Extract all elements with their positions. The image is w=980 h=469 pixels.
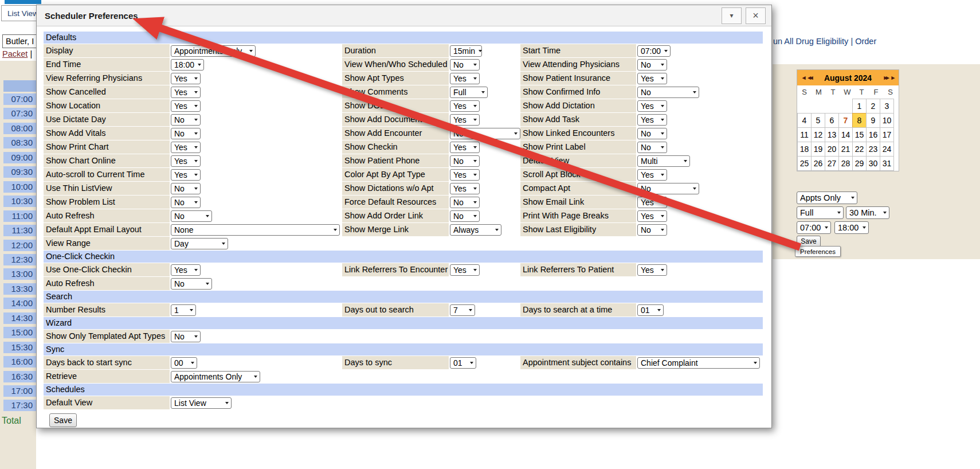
show-dob-select[interactable]: Yes xyxy=(450,100,480,112)
view-attending-physicians-select[interactable]: No xyxy=(637,59,667,71)
end-time-select[interactable]: 18:00 xyxy=(171,59,204,71)
view-mode-select[interactable]: Full xyxy=(797,206,844,219)
calendar-day-1[interactable]: 1 xyxy=(852,99,867,114)
calendar-day-30[interactable]: 30 xyxy=(866,156,880,171)
calendar-day-3[interactable]: 3 xyxy=(880,99,894,114)
days-to-search-at-a-time-select[interactable]: 01 xyxy=(637,304,664,316)
calendar-day-22[interactable]: 22 xyxy=(852,142,867,157)
calendar-day-23[interactable]: 23 xyxy=(866,142,880,157)
show-confirmed-info-select[interactable]: No xyxy=(637,87,699,98)
duration-select[interactable]: 15min xyxy=(450,45,482,57)
start-time-select[interactable]: 07:00 xyxy=(637,45,671,57)
calendar-day-29[interactable]: 29 xyxy=(852,156,867,171)
show-patient-insurance-select[interactable]: Yes xyxy=(637,73,667,84)
appointment-subject-contains-select[interactable]: Chief Complaint xyxy=(637,357,760,369)
link-referrers-to-encounter-select[interactable]: Yes xyxy=(450,264,480,276)
auto-scroll-to-current-time-select[interactable]: Yes xyxy=(171,169,201,181)
days-to-sync-select[interactable]: 01 xyxy=(450,357,476,369)
calendar-day-27[interactable]: 27 xyxy=(825,156,839,171)
view-range-select[interactable]: Day xyxy=(171,238,228,249)
calendar-day-25[interactable]: 25 xyxy=(797,156,812,171)
default-view-select[interactable]: List View xyxy=(171,397,232,409)
calendar-next-icon[interactable]: ▸ xyxy=(891,74,893,81)
view-when-who-scheduled-select[interactable]: No xyxy=(450,59,480,71)
compact-apt-select[interactable]: No xyxy=(637,183,699,194)
show-cancelled-select[interactable]: Yes xyxy=(171,87,201,98)
calendar-day-24[interactable]: 24 xyxy=(880,142,894,157)
tab-list-view[interactable]: List View xyxy=(1,5,41,21)
view-referring-physicians-select[interactable]: Yes xyxy=(171,73,201,84)
calendar-next-fast-icon[interactable]: ▸▸ xyxy=(884,74,888,81)
calendar-day-7[interactable]: 7 xyxy=(838,113,853,128)
calendar-day-2[interactable]: 2 xyxy=(866,99,880,114)
show-problem-list-select[interactable]: No xyxy=(171,197,201,208)
show-add-order-link-select[interactable]: No xyxy=(450,210,480,222)
start-time-select[interactable]: 07:00 xyxy=(797,221,831,234)
show-location-select[interactable]: Yes xyxy=(171,100,201,112)
use-dictate-day-select[interactable]: No xyxy=(171,114,201,126)
patient-name-box[interactable]: Butler, I xyxy=(2,34,40,48)
show-last-eligibility-select[interactable]: No xyxy=(637,224,667,236)
calendar-day-9[interactable]: 9 xyxy=(866,113,880,128)
show-add-dictation-select[interactable]: Yes xyxy=(637,100,667,112)
default-appt-email-layout-select[interactable]: None xyxy=(171,224,340,236)
show-email-link-select[interactable]: Yes xyxy=(637,197,667,208)
print-with-page-breaks-select[interactable]: Yes xyxy=(637,210,667,222)
show-only-templated-apt-types-select[interactable]: No xyxy=(171,331,201,342)
show-add-encounter-select[interactable]: No xyxy=(450,128,520,139)
show-print-label-select[interactable]: No xyxy=(637,142,667,153)
preferences-button[interactable]: Preferences xyxy=(795,246,841,257)
use-thin-listview-select[interactable]: No xyxy=(171,183,201,194)
interval-select[interactable]: 30 Min. xyxy=(846,206,889,219)
calendar-day-11[interactable]: 11 xyxy=(797,127,812,142)
calendar-day-17[interactable]: 17 xyxy=(880,127,894,142)
calendar-day-28[interactable]: 28 xyxy=(838,156,853,171)
show-print-chart-select[interactable]: Yes xyxy=(171,142,201,153)
show-linked-encounters-select[interactable]: No xyxy=(637,128,667,139)
calendar-day-18[interactable]: 18 xyxy=(797,142,812,157)
calendar-day-13[interactable]: 13 xyxy=(825,127,839,142)
appts-filter-select[interactable]: Appts Only xyxy=(797,191,857,204)
color-apt-by-apt-type-select[interactable]: Yes xyxy=(450,169,480,181)
calendar-day-12[interactable]: 12 xyxy=(811,127,825,142)
calendar-day-20[interactable]: 20 xyxy=(825,142,839,157)
auto-refresh-select[interactable]: No xyxy=(171,278,212,290)
dialog-save-button[interactable]: Save xyxy=(49,413,77,427)
show-add-vitals-select[interactable]: No xyxy=(171,128,201,139)
show-patient-phone-select[interactable]: No xyxy=(450,155,480,167)
link-referrers-to-patient-select[interactable]: Yes xyxy=(637,264,667,276)
end-time-select[interactable]: 18:00 xyxy=(834,221,869,234)
days-out-to-search-select[interactable]: 7 xyxy=(450,304,475,316)
dialog-close-button[interactable]: × xyxy=(746,7,766,24)
calendar-day-4[interactable]: 4 xyxy=(797,113,812,128)
sidebar-save-button[interactable]: Save xyxy=(797,236,821,247)
drug-eligibility-order-links[interactable]: un All Drug Eligibility | Order xyxy=(773,37,876,46)
calendar-day-21[interactable]: 21 xyxy=(838,142,853,157)
use-one-click-checkin-select[interactable]: Yes xyxy=(171,264,201,276)
display-select[interactable]: Appointments Only xyxy=(171,45,256,57)
default-view-select[interactable]: Multi xyxy=(637,155,690,167)
show-merge-link-select[interactable]: Always xyxy=(450,224,501,236)
calendar-day-10[interactable]: 10 xyxy=(880,113,894,128)
calendar-prev-icon[interactable]: ◂ xyxy=(802,74,805,81)
show-dictations-w-o-apt-select[interactable]: Yes xyxy=(450,183,480,194)
calendar-prev-fast-icon[interactable]: ◂◂ xyxy=(808,74,812,81)
auto-refresh-select[interactable]: No xyxy=(171,210,212,222)
packet-link[interactable]: Packet xyxy=(2,49,28,58)
calendar-day-5[interactable]: 5 xyxy=(811,113,825,128)
calendar-day-15[interactable]: 15 xyxy=(852,127,867,142)
dialog-collapse-button[interactable]: ▾ xyxy=(722,7,742,24)
scroll-apt-block-select[interactable]: Yes xyxy=(637,169,667,181)
calendar-day-8[interactable]: 8 xyxy=(852,113,867,128)
force-default-resources-select[interactable]: No xyxy=(450,197,480,208)
show-chart-online-select[interactable]: Yes xyxy=(171,155,201,167)
calendar-day-16[interactable]: 16 xyxy=(866,127,880,142)
days-back-to-start-sync-select[interactable]: 00 xyxy=(171,357,197,369)
show-checkin-select[interactable]: Yes xyxy=(450,142,480,153)
show-comments-select[interactable]: Full xyxy=(450,87,488,98)
show-apt-types-select[interactable]: Yes xyxy=(450,73,480,84)
calendar-day-26[interactable]: 26 xyxy=(811,156,825,171)
retrieve-select[interactable]: Appointments Only xyxy=(171,371,260,382)
calendar-day-14[interactable]: 14 xyxy=(838,127,853,142)
calendar-day-31[interactable]: 31 xyxy=(880,156,894,171)
